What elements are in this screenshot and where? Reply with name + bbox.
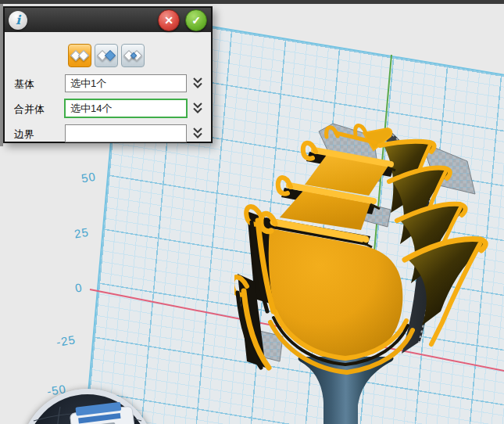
axis-tick-label: -25 [55,332,77,349]
cancel-button[interactable]: ✕ [158,9,180,31]
app-window: 50 25 0 -25 -50 [0,0,504,424]
window-top-edge [0,0,504,4]
axis-tick-label: 25 [73,225,90,241]
subtract-operation-button[interactable] [95,44,118,67]
info-icon: i [9,11,27,30]
base-body-input[interactable]: 选中1个 [65,74,187,92]
chevron-double-down-icon[interactable] [192,102,203,115]
stem [298,357,394,424]
chevron-double-down-icon[interactable] [192,77,203,90]
confirm-button[interactable]: ✓ [185,9,207,31]
union-operation-button[interactable] [68,44,91,67]
boundary-input[interactable] [65,124,187,142]
base-body-label: 基体 [14,77,34,92]
boundary-label: 边界 [14,128,34,142]
rose-model[interactable] [234,110,504,424]
chevron-double-down-icon[interactable] [192,127,203,140]
merge-body-label: 合并体 [14,102,45,117]
field-row-base: 基体 选中1个 [5,74,211,93]
boolean-operation-toolbar [68,44,145,67]
field-row-merge: 合并体 选中14个 [5,99,211,118]
field-row-boundary: 边界 [5,124,211,143]
combine-dialog: i ✕ ✓ 基体 选中1个 [3,6,213,143]
intersect-operation-button[interactable] [121,44,145,67]
check-icon: ✓ [191,15,201,26]
close-icon: ✕ [164,15,173,26]
dialog-header: i ✕ ✓ [5,8,211,32]
view-navigator[interactable] [20,389,155,424]
center-petals [261,143,403,361]
axis-tick-label: 0 [74,280,84,294]
printer-icon [69,401,136,424]
axis-tick-label: 50 [80,170,97,185]
merge-body-input[interactable]: 选中14个 [64,99,188,118]
